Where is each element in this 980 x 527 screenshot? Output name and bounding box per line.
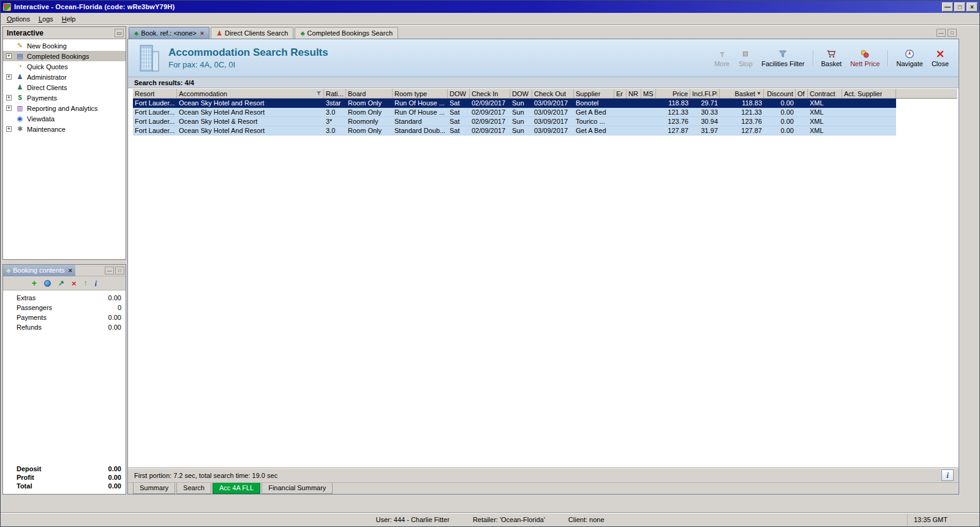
table-cell: Get A Bed	[574, 108, 614, 116]
main-content: Accommodation Search Results For pax: 4A…	[127, 39, 959, 495]
expand-icon[interactable]: +	[6, 95, 12, 100]
booking-contents-list: Extras0.00Passengers0Payments0.00Refunds…	[3, 290, 126, 332]
tab-completed-bookings-search[interactable]: ♣Completed Bookings Search	[295, 27, 398, 39]
column-header-basket[interactable]: Basket▼	[720, 89, 764, 98]
window-close-button[interactable]: ×	[967, 2, 978, 12]
basket-button[interactable]: Basket	[818, 48, 846, 69]
bottom-tab-strip: SummarySearchAcc 4A FLLFinancial Summary	[128, 482, 959, 494]
send-icon[interactable]: ↑	[84, 279, 88, 287]
close-button[interactable]: Close	[928, 48, 952, 69]
close-tab-icon[interactable]: ×	[200, 29, 204, 37]
sidebar-item-new-booking[interactable]: ✎New Booking	[3, 40, 126, 51]
maximize-tab-group-button[interactable]: □	[948, 29, 957, 37]
expand-icon[interactable]: +	[6, 105, 12, 111]
table-row[interactable]: Fort Lauder...Ocean Sky Hotel And Resort…	[133, 126, 896, 135]
table-cell: XML	[808, 117, 842, 126]
completed-bookings-icon: ▤	[15, 51, 24, 61]
table-row[interactable]: Fort Lauder...Ocean Sky Hotel and Resort…	[133, 99, 896, 108]
column-header-dow[interactable]: DOW	[510, 89, 532, 98]
column-header-board[interactable]: Board	[346, 89, 393, 98]
window-minimize-button[interactable]: —	[942, 2, 953, 12]
column-header-er[interactable]: Er	[614, 89, 627, 98]
column-header-act-supplier[interactable]: Act. Supplier	[842, 89, 896, 98]
column-header-check-in[interactable]: Check In	[470, 89, 510, 98]
column-header-room-type[interactable]: Room type	[393, 89, 448, 98]
table-cell	[842, 99, 896, 107]
world-icon[interactable]	[44, 280, 51, 287]
table-cell	[614, 117, 627, 126]
table-cell: 127.87	[656, 126, 690, 135]
close-icon	[935, 49, 945, 59]
menu-help[interactable]: Help	[58, 13, 80, 25]
building-icon	[137, 44, 161, 72]
column-header-incl-fl-pp[interactable]: Incl.Fl.PP	[690, 89, 720, 98]
sidebar-item-reporting-and-analytics[interactable]: +▥Reporting and Analytics	[3, 103, 126, 113]
table-cell: 29.71	[690, 99, 720, 107]
window-maximize-button[interactable]: □	[954, 2, 965, 12]
tool-label: Facilities Filter	[761, 60, 804, 67]
viewdata-icon: ◉	[15, 114, 24, 123]
column-header-resort[interactable]: Resort	[133, 89, 177, 98]
tab-book-ref-none[interactable]: ♣Book. ref.: <none>×	[129, 27, 209, 39]
column-header-supplier[interactable]: Supplier	[574, 89, 614, 98]
info-button[interactable]: i	[941, 469, 954, 481]
column-header-of[interactable]: Of	[796, 89, 808, 98]
column-header-check-out[interactable]: Check Out	[532, 89, 574, 98]
sidebar-item-payments[interactable]: +$Payments	[3, 93, 126, 103]
bottom-tab-search[interactable]: Search	[176, 483, 211, 494]
sidebar-item-completed-bookings[interactable]: +▤Completed Bookings	[3, 51, 126, 61]
expand-icon[interactable]: +	[6, 126, 12, 132]
booking-contents-totals: Deposit0.00Profit0.00Total0.00	[3, 464, 126, 494]
navigate-icon	[905, 49, 914, 59]
close-booking-contents-icon[interactable]: ×	[69, 267, 72, 274]
sidebar-item-maintenance[interactable]: +✱Maintenance	[3, 124, 126, 134]
column-header-price[interactable]: Price	[656, 89, 690, 98]
table-cell: 118.83	[656, 99, 690, 107]
table-cell: Get A Bed	[574, 126, 614, 135]
column-header-label: MS	[643, 90, 654, 97]
delete-icon[interactable]: ×	[72, 279, 77, 287]
column-header-nr[interactable]: NR	[627, 89, 641, 98]
table-row[interactable]: Fort Lauder...Ocean Sky Hotel & Resort3*…	[133, 117, 896, 126]
tab-direct-clients-search[interactable]: ♟Direct Clients Search	[211, 27, 293, 39]
search-status-strip: First portion: 7.2 sec, total search tim…	[128, 468, 959, 482]
menu-options[interactable]: Options	[2, 13, 34, 25]
tool-label: Nett Price	[850, 60, 880, 67]
info-icon[interactable]: i	[95, 279, 97, 287]
collapse-panel-icon[interactable]: ▭	[115, 29, 124, 37]
add-icon[interactable]: +	[32, 279, 37, 287]
navigate-button[interactable]: Navigate	[892, 48, 926, 69]
bottom-tab-summary[interactable]: Summary	[133, 483, 175, 494]
sidebar-item-administrator[interactable]: +♟Administrator	[3, 72, 126, 82]
table-cell: Room Only	[346, 126, 393, 135]
booking-contents-tab[interactable]: ♣ Booking contents ×	[3, 265, 75, 276]
minimize-tab-group-button[interactable]: —	[937, 29, 946, 37]
status-bar: User: 444 - Charlie Fitter Retailer: 'Oc…	[1, 513, 979, 526]
sidebar-item-quick-quotes[interactable]: ◔Quick Quotes	[3, 61, 126, 72]
column-header-dow[interactable]: DOW	[448, 89, 470, 98]
export-icon[interactable]: ↗	[58, 279, 64, 287]
table-cell: Fort Lauder...	[133, 108, 177, 116]
bottom-tab-financial-summary[interactable]: Financial Summary	[262, 483, 333, 494]
bottom-tab-acc-4a-fll[interactable]: Acc 4A FLL	[213, 483, 260, 494]
column-header-ms[interactable]: MS	[641, 89, 656, 98]
table-cell: Fort Lauder...	[133, 126, 177, 135]
column-header-rati[interactable]: Rati...	[324, 89, 346, 98]
facilities-filter-button[interactable]: Facilities Filter	[758, 48, 808, 69]
table-cell: Ocean Sky Hotel & Resort	[177, 117, 324, 126]
column-header-contract[interactable]: Contract	[808, 89, 842, 98]
expand-icon[interactable]: +	[6, 53, 12, 59]
table-row[interactable]: Fort Lauder...Ocean Sky Hotel And Resort…	[133, 108, 896, 117]
expand-icon[interactable]: +	[6, 74, 12, 80]
table-cell	[627, 108, 641, 116]
sidebar-item-direct-clients[interactable]: ♟Direct Clients	[3, 82, 126, 93]
table-cell: 0.00	[764, 126, 796, 135]
filter-funnel-icon[interactable]	[316, 91, 322, 96]
maximize-booking-contents-button[interactable]: □	[115, 267, 124, 275]
nett-price-button[interactable]: Nett Price	[846, 48, 883, 69]
column-header-discount[interactable]: Discount	[764, 89, 796, 98]
column-header-accommodation[interactable]: Accommodation	[177, 89, 324, 98]
minimize-booking-contents-button[interactable]: —	[105, 267, 114, 275]
sidebar-item-viewdata[interactable]: ◉Viewdata	[3, 113, 126, 124]
menu-logs[interactable]: Logs	[34, 13, 58, 25]
